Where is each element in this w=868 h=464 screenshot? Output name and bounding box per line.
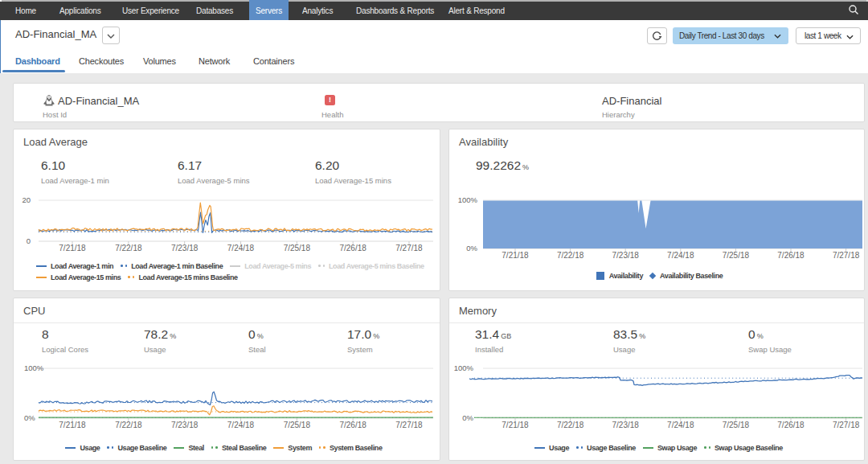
svg-text:7/21/18: 7/21/18 bbox=[59, 421, 86, 429]
svg-text:7/25/18: 7/25/18 bbox=[284, 244, 311, 253]
svg-text:7/22/18: 7/22/18 bbox=[557, 251, 584, 260]
svg-text:100%: 100% bbox=[454, 363, 474, 372]
svg-text:7/22/18: 7/22/18 bbox=[115, 244, 142, 253]
svg-text:7/23/18: 7/23/18 bbox=[171, 244, 199, 253]
svg-text:7/23/18: 7/23/18 bbox=[612, 251, 640, 260]
svg-text:7/24/18: 7/24/18 bbox=[227, 244, 255, 253]
svg-text:7/26/18: 7/26/18 bbox=[339, 244, 366, 253]
svg-text:7/25/18: 7/25/18 bbox=[723, 251, 750, 260]
svg-text:7/26/18: 7/26/18 bbox=[777, 421, 805, 429]
svg-text:7/22/18: 7/22/18 bbox=[557, 421, 584, 429]
svg-text:7/21/18: 7/21/18 bbox=[502, 421, 529, 429]
svg-text:7/21/18: 7/21/18 bbox=[502, 251, 529, 260]
svg-text:7/27/18: 7/27/18 bbox=[833, 251, 860, 260]
svg-text:100%: 100% bbox=[458, 195, 478, 204]
svg-text:7/23/18: 7/23/18 bbox=[612, 421, 640, 429]
svg-text:7/26/18: 7/26/18 bbox=[339, 421, 366, 429]
svg-text:0%: 0% bbox=[24, 413, 35, 422]
svg-text:7/27/18: 7/27/18 bbox=[395, 244, 423, 253]
svg-text:7/27/18: 7/27/18 bbox=[395, 421, 423, 429]
svg-text:7/27/18: 7/27/18 bbox=[833, 421, 860, 429]
svg-text:7/24/18: 7/24/18 bbox=[227, 421, 255, 429]
svg-text:7/25/18: 7/25/18 bbox=[284, 421, 311, 429]
svg-text:0: 0 bbox=[27, 236, 31, 245]
svg-text:7/24/18: 7/24/18 bbox=[667, 251, 694, 260]
svg-text:7/25/18: 7/25/18 bbox=[723, 421, 750, 429]
svg-text:7/22/18: 7/22/18 bbox=[115, 421, 142, 429]
svg-text:7/21/18: 7/21/18 bbox=[59, 244, 86, 253]
svg-text:7/24/18: 7/24/18 bbox=[667, 421, 694, 429]
svg-text:0%: 0% bbox=[462, 413, 473, 422]
svg-text:100%: 100% bbox=[24, 363, 44, 372]
svg-text:7/26/18: 7/26/18 bbox=[777, 251, 805, 260]
svg-text:20: 20 bbox=[22, 195, 31, 204]
svg-text:7/23/18: 7/23/18 bbox=[171, 421, 199, 429]
svg-text:0%: 0% bbox=[466, 244, 477, 253]
